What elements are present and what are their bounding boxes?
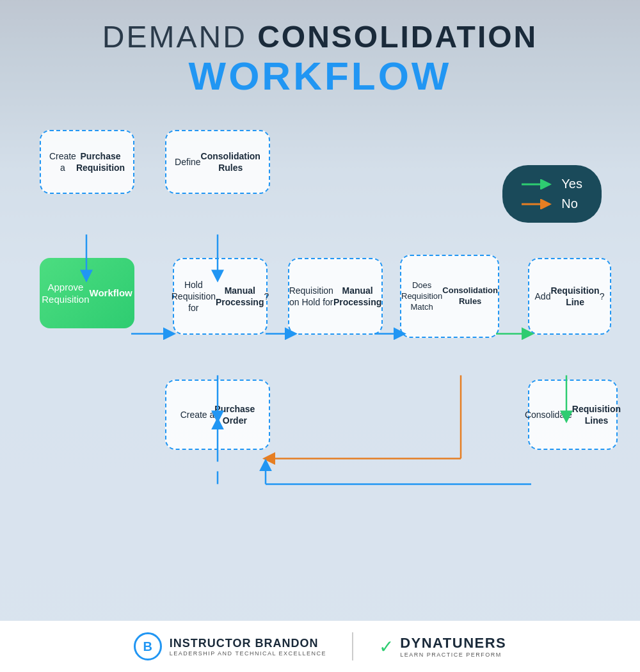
no-label: No bbox=[561, 196, 578, 211]
footer: B INSTRUCTOR BRANDON LEADERSHIP AND TECH… bbox=[0, 621, 640, 672]
page-wrapper: DEMAND CONSOLIDATION WORKFLOW Yes No bbox=[0, 0, 640, 672]
main-content: DEMAND CONSOLIDATION WORKFLOW Yes No bbox=[0, 0, 640, 672]
legend-no: No bbox=[522, 196, 582, 211]
node-create-po: Create aPurchaseOrder bbox=[165, 380, 270, 450]
instructor-logo: B bbox=[134, 632, 162, 660]
title-line1: DEMAND CONSOLIDATION bbox=[13, 19, 627, 54]
node-define-rules: DefineConsolidationRules bbox=[165, 130, 270, 194]
title-section: DEMAND CONSOLIDATION WORKFLOW bbox=[0, 0, 640, 104]
legend-box: Yes No bbox=[502, 165, 602, 223]
legend-yes: Yes bbox=[522, 177, 582, 191]
node-does-match: DoesRequisitionMatchConsolidationRules bbox=[400, 255, 499, 338]
node-add-req-line: AddRequisitionLine? bbox=[528, 258, 611, 335]
title-line2: WORKFLOW bbox=[13, 54, 627, 98]
instructor-brand: B INSTRUCTOR BRANDON LEADERSHIP AND TECH… bbox=[134, 632, 353, 660]
yes-label: Yes bbox=[561, 177, 582, 191]
node-create-pr: Create aPurchaseRequisition bbox=[40, 130, 134, 194]
node-req-on-hold: Requisitionon Hold forManualProcessing bbox=[288, 258, 383, 335]
no-arrow-icon bbox=[522, 199, 554, 209]
node-consolidate: ConsolidateRequisitionLines bbox=[528, 380, 618, 450]
instructor-text: INSTRUCTOR BRANDON LEADERSHIP AND TECHNI… bbox=[170, 637, 326, 657]
dynatuners-logo-icon: ✓ bbox=[379, 636, 394, 657]
yes-arrow-icon bbox=[522, 179, 554, 189]
dynatuners-brand: ✓ DYNATUNERS LEARN PRACTICE PERFORM bbox=[353, 635, 506, 658]
dynatuners-text: DYNATUNERS LEARN PRACTICE PERFORM bbox=[400, 635, 506, 658]
node-hold-manual: HoldRequisitionfor ManualProcessing? bbox=[173, 258, 268, 335]
node-approve-workflow: ApproveRequisitionWorkflow bbox=[40, 258, 134, 328]
